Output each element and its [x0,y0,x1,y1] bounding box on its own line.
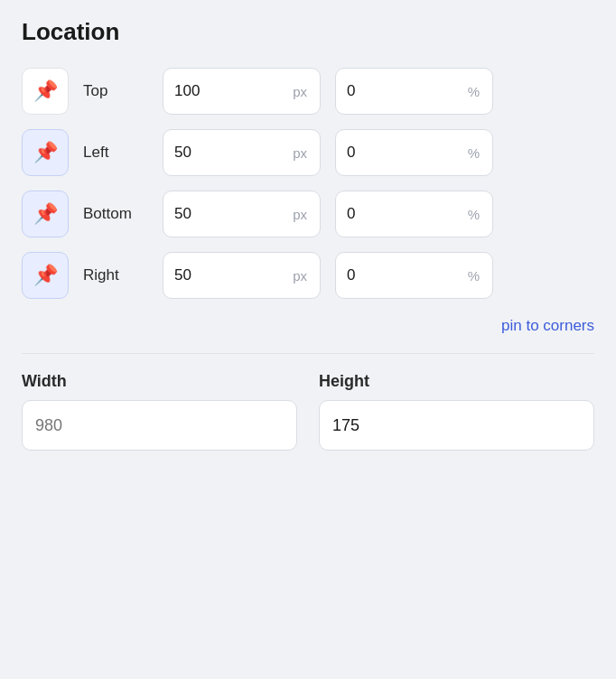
height-input[interactable] [332,416,581,435]
section-divider [22,353,594,354]
top-percent-unit: % [468,84,492,99]
bottom-label: Bottom [83,205,148,223]
bottom-px-unit: px [293,207,320,222]
left-percent-input[interactable] [336,130,468,175]
pin-to-corners-container: pin to corners [22,317,594,335]
height-input-wrap [319,400,594,451]
bottom-pin-button[interactable]: 📌 [22,191,69,237]
right-percent-unit: % [468,268,492,284]
pin-icon-bottom: 📌 [33,202,58,226]
dimensions-section: Width Height [22,372,594,451]
left-percent-unit: % [468,145,492,161]
left-label: Left [83,144,148,162]
left-px-unit: px [293,145,320,161]
bottom-px-input-group: px [163,191,321,237]
bottom-percent-unit: % [468,207,492,222]
left-px-input-group: px [163,129,321,176]
bottom-row: 📌 Bottom px % [22,191,594,237]
pin-icon-right: 📌 [33,264,58,287]
right-percent-input[interactable] [336,253,468,298]
bottom-px-input[interactable] [163,191,293,237]
pin-to-corners-button[interactable]: pin to corners [501,317,594,335]
width-group: Width [22,372,297,451]
width-input[interactable] [35,416,284,435]
left-percent-input-group: % [335,129,493,176]
right-percent-input-group: % [335,252,493,299]
pin-icon-left: 📌 [33,141,58,164]
top-label: Top [83,82,148,100]
right-pin-button[interactable]: 📌 [22,252,69,299]
right-px-unit: px [293,268,320,284]
top-px-unit: px [293,84,320,99]
height-group: Height [319,372,594,451]
height-label: Height [319,372,594,391]
top-pin-button[interactable]: 📌 [22,68,69,115]
pin-icon-top: 📌 [33,79,58,103]
left-row: 📌 Left px % [22,129,594,176]
page-title: Location [22,18,594,46]
right-px-input[interactable] [163,253,293,298]
top-row: 📌 Top px % [22,68,594,115]
top-percent-input-group: % [335,68,493,115]
bottom-percent-input-group: % [335,191,493,237]
top-percent-input[interactable] [336,69,468,114]
right-px-input-group: px [163,252,321,299]
left-px-input[interactable] [163,130,293,175]
top-px-input[interactable] [163,69,293,114]
width-label: Width [22,372,297,391]
location-section: 📌 Top px % 📌 Left px % 📌 Bottom [22,68,594,335]
bottom-percent-input[interactable] [336,191,468,237]
top-px-input-group: px [163,68,321,115]
right-label: Right [83,266,148,284]
left-pin-button[interactable]: 📌 [22,129,69,176]
right-row: 📌 Right px % [22,252,594,299]
width-input-wrap [22,400,297,451]
